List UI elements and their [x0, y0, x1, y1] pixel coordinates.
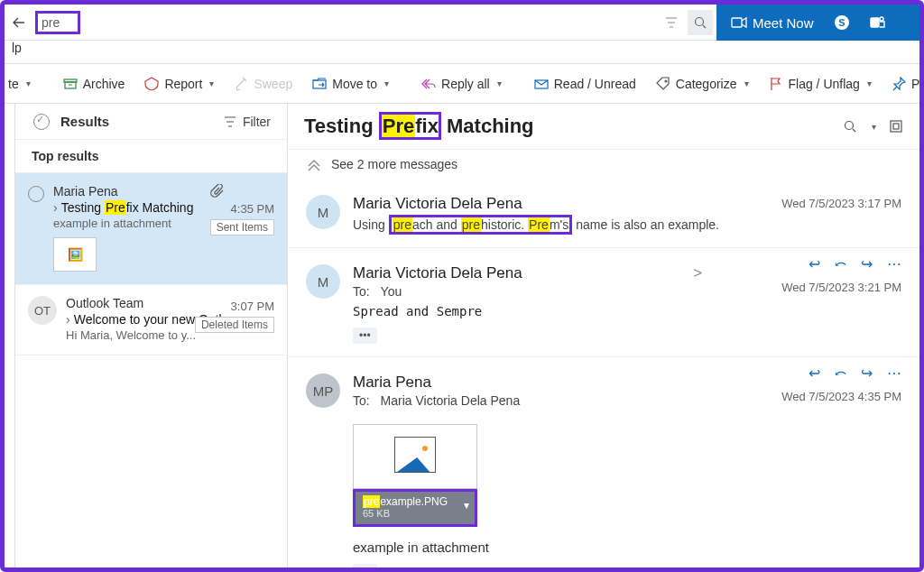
attachment-card[interactable]: preexample.PNG ▾ 65 KB — [353, 424, 477, 527]
svg-rect-1 — [732, 18, 742, 27]
sweep-button[interactable]: Sweep — [230, 64, 296, 103]
message-preview: Using preach and prehistoric. Prem's nam… — [353, 215, 901, 235]
list-item-meta: 4:35 PM Sent Items — [210, 184, 274, 235]
avatar: OT — [28, 296, 57, 325]
reply-icon[interactable]: ↩ — [808, 255, 820, 272]
substrip-text: lp — [12, 41, 22, 55]
ribbon: te▾ Archive Report▾ Sweep Move to▾ Reply… — [5, 64, 919, 104]
svg-rect-13 — [891, 121, 901, 132]
results-column: Results Filter Top results Maria Pena › … — [15, 104, 288, 567]
message-body: example in attachment — [353, 540, 901, 555]
more-icon[interactable]: ⋯ — [887, 364, 901, 382]
results-header: Results Filter — [15, 104, 287, 140]
message[interactable]: ↩ ⤺ ↪ ⋯ M Maria Victoria Dela Pena > To:… — [288, 247, 919, 356]
attachment-thumb-icon — [353, 424, 477, 489]
reply-icon[interactable]: ↩ — [808, 364, 820, 382]
meet-now-button[interactable]: Meet Now — [731, 15, 814, 31]
select-all-icon[interactable] — [33, 114, 50, 130]
list-item-meta: 3:07 PM Deleted Items — [195, 296, 274, 333]
teams-icon[interactable] — [870, 14, 886, 31]
more-icon[interactable]: ⋯ — [887, 255, 901, 272]
substrip: lp — [5, 41, 919, 64]
move-to-button[interactable]: Move to▾ — [309, 64, 393, 103]
avatar: MP — [306, 374, 340, 408]
message-date: Wed 7/5/2023 3:17 PM — [781, 197, 901, 210]
search-box — [35, 11, 80, 34]
show-trimmed-icon[interactable]: ••• — [353, 328, 377, 344]
avatar: M — [306, 195, 340, 229]
pin-button[interactable]: Pin / Unpin — [888, 64, 924, 103]
conversation-title: Testing Prefix Matching — [304, 115, 534, 138]
zoom-icon[interactable] — [843, 119, 857, 134]
svg-point-12 — [845, 122, 854, 130]
reply-all-icon[interactable]: ⤺ — [835, 255, 846, 272]
top-results-label: Top results — [15, 140, 287, 173]
skype-icon[interactable]: S — [834, 14, 850, 31]
flag-button[interactable]: Flag / Unflag▾ — [765, 64, 875, 103]
svg-rect-14 — [893, 124, 899, 129]
see-more-row[interactable]: See 2 more messages — [288, 150, 919, 179]
show-trimmed-icon[interactable]: ••• — [353, 564, 377, 567]
reading-header: Testing Prefix Matching ▾ — [288, 104, 919, 150]
select-circle-icon[interactable] — [28, 186, 44, 202]
folder-badge: Sent Items — [210, 219, 274, 235]
list-item[interactable]: OT Outlook Team › Welcome to your new Ou… — [15, 285, 287, 355]
message-date: Wed 7/5/2023 4:35 PM — [781, 390, 901, 403]
message[interactable]: ↩ ⤺ ↪ ⋯ MP Maria Pena To: Maria Victoria… — [288, 356, 919, 567]
search-filter-icon[interactable] — [659, 10, 684, 35]
svg-rect-4 — [871, 18, 879, 27]
reply-all-icon[interactable]: ⤺ — [835, 364, 846, 382]
message-actions: ↩ ⤺ ↪ ⋯ — [808, 255, 901, 272]
attachment-size: 65 KB — [363, 508, 467, 519]
results-title: Results — [60, 114, 223, 129]
popout-icon[interactable] — [889, 119, 903, 134]
read-unread-button[interactable]: Read / Unread — [531, 64, 640, 103]
main-area: Results Filter Top results Maria Pena › … — [5, 104, 919, 567]
search-area — [5, 5, 716, 41]
left-rail — [5, 104, 15, 567]
svg-point-5 — [880, 17, 883, 21]
attachment-thumb[interactable]: 🖼️ — [53, 237, 97, 272]
avatar: M — [306, 264, 340, 299]
report-button[interactable]: Report▾ — [141, 64, 217, 103]
top-bar: Meet Now S — [5, 5, 919, 41]
forward-icon[interactable]: ↪ — [861, 364, 873, 382]
categorize-button[interactable]: Categorize▾ — [652, 64, 753, 103]
folder-badge: Deleted Items — [195, 317, 274, 333]
message-body: Spread and Sempre — [353, 304, 901, 318]
svg-point-0 — [696, 17, 704, 25]
zoom-chevron-icon[interactable]: ▾ — [872, 122, 876, 132]
reading-pane: Testing Prefix Matching ▾ See 2 more mes… — [288, 104, 919, 567]
paperclip-icon — [210, 184, 274, 198]
delete-button[interactable]: te▾ — [5, 64, 34, 103]
svg-point-10 — [665, 80, 667, 82]
reply-all-button[interactable]: Reply all▾ — [418, 64, 505, 103]
filter-button[interactable]: Filter — [223, 115, 271, 129]
chevron-down-icon[interactable]: ▾ — [464, 499, 469, 512]
message-date: Wed 7/5/2023 3:21 PM — [781, 281, 901, 294]
forward-icon[interactable]: ↪ — [861, 255, 873, 272]
archive-button[interactable]: Archive — [60, 64, 129, 103]
meet-now-label: Meet Now — [753, 15, 814, 31]
message-actions: ↩ ⤺ ↪ ⋯ — [808, 364, 901, 382]
list-item[interactable]: Maria Pena › Testing Prefix Matching exa… — [15, 173, 287, 285]
svg-text:S: S — [838, 17, 845, 28]
search-input[interactable] — [42, 14, 74, 32]
meeting-bar: Meet Now S — [716, 5, 919, 41]
search-button[interactable] — [688, 10, 713, 35]
attachment-bar: preexample.PNG ▾ 65 KB — [353, 489, 477, 527]
message[interactable]: M Maria Victoria Dela Pena Using preach … — [288, 179, 919, 247]
back-arrow-icon[interactable] — [5, 5, 33, 41]
